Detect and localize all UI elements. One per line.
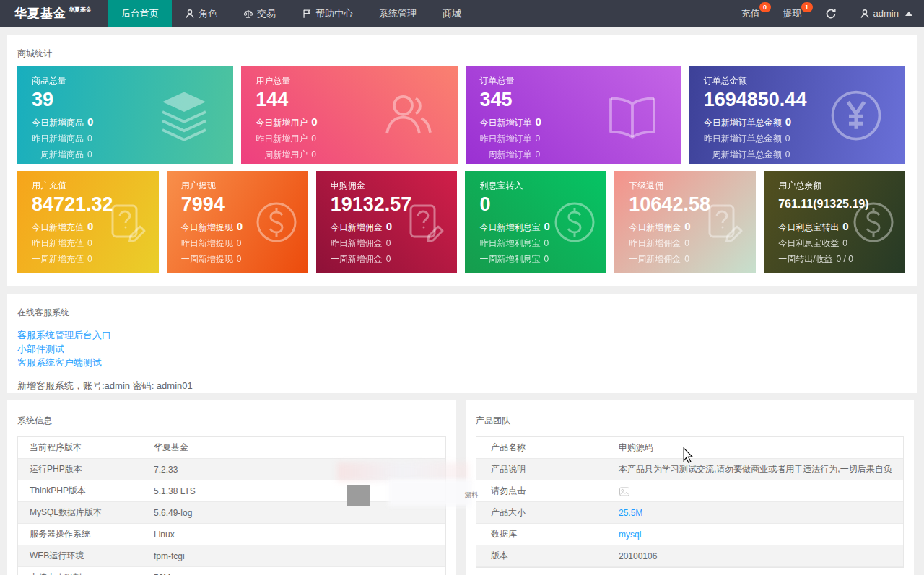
card-stat: 一周新增用户0 xyxy=(256,149,457,161)
card-title: 下级返佣 xyxy=(629,180,756,192)
service-link-1[interactable]: 小部件测试 xyxy=(17,342,907,356)
nav-right: 充值0提现1admin xyxy=(730,0,924,27)
table-row: WEB运行环境fpm-fcgi xyxy=(18,545,445,567)
table-value: 华夏基金 xyxy=(154,442,188,452)
stat-label: 今日利息宝转出 xyxy=(778,222,839,232)
table-link[interactable]: mysql xyxy=(619,530,641,540)
card-stat: 一周新增佣金0 xyxy=(331,253,458,265)
stat-value: 0 xyxy=(237,238,242,248)
stat-value: 0 xyxy=(311,149,316,159)
users-icon xyxy=(380,87,437,144)
doc-icon xyxy=(701,199,747,245)
stat-card: 申购佣金19132.57今日新增佣金0昨日新增佣金0一周新增佣金0 xyxy=(316,171,458,273)
nav-item-3[interactable]: 帮助中心 xyxy=(289,0,366,27)
stats-cards-row-1: 商品总量39今日新增商品0昨日新增商品0一周新增商品0用户总量144今日新增用户… xyxy=(17,66,905,164)
stat-label: 昨日新增充值 xyxy=(32,238,84,248)
stat-label: 今日新增充值 xyxy=(32,222,84,232)
withdraw[interactable]: 提现1 xyxy=(772,0,814,27)
admin-menu-label: admin xyxy=(873,8,899,19)
card-title: 用户提现 xyxy=(181,180,308,192)
app-logo[interactable]: 华夏基金 华夏基金 xyxy=(0,0,108,27)
stat-label: 一周新增商品 xyxy=(32,149,84,159)
dollar-icon xyxy=(253,199,300,245)
dollar-icon xyxy=(552,199,598,245)
stat-value: 0 xyxy=(87,238,92,248)
stat-value: 0 xyxy=(536,133,541,144)
table-value: 7.2.33 xyxy=(154,465,178,475)
table-value: 本产品只为学习测试交流,请勿要做商业或者用于违法行为,一切后果自负 xyxy=(619,464,892,474)
admin-menu[interactable]: admin xyxy=(848,0,924,27)
stat-value: 0 xyxy=(785,149,790,159)
doc-icon xyxy=(402,199,448,245)
stat-value: 0 xyxy=(544,238,549,248)
flag-icon xyxy=(302,9,312,19)
stat-value: 0 xyxy=(386,238,391,248)
mouse-cursor xyxy=(683,447,693,463)
table-row: 上传大小限制50M xyxy=(18,567,445,575)
stat-value: 0 xyxy=(87,254,92,264)
stat-label: 今日新增商品 xyxy=(32,118,84,128)
stat-label: 昨日新增用户 xyxy=(256,133,308,144)
table-link[interactable]: 25.5M xyxy=(619,508,642,518)
blurred-watermark xyxy=(388,479,471,506)
stat-label: 今日新增利息宝 xyxy=(479,222,540,232)
stat-value: 0 xyxy=(87,133,92,144)
nav-item-4[interactable]: 系统管理 xyxy=(366,0,430,27)
person-icon xyxy=(860,9,870,19)
table-value: 50M xyxy=(154,573,170,575)
table-label: 产品大小 xyxy=(476,506,614,519)
nav-item-2[interactable]: 交易 xyxy=(230,0,289,27)
stat-value: 0 xyxy=(386,254,391,264)
stat-value: 0 xyxy=(311,115,317,128)
table-row: 版本20100106 xyxy=(476,545,903,567)
service-link-2[interactable]: 客服系统客户端测试 xyxy=(17,356,907,369)
nav-item-1[interactable]: 角色 xyxy=(172,0,230,27)
service-link-0[interactable]: 客服系统管理后台入口 xyxy=(17,328,907,342)
nav-item-5[interactable]: 商城 xyxy=(430,0,474,27)
table-label: 产品名称 xyxy=(476,442,614,454)
doc-icon xyxy=(104,199,150,245)
card-stat: 一周新增订单0 xyxy=(480,149,681,161)
card-title: 商品总量 xyxy=(32,75,233,87)
table-label: 运行PHP版本 xyxy=(18,463,148,475)
table-label: 数据库 xyxy=(476,528,614,540)
stat-value: 0 xyxy=(684,220,690,232)
stat-value: 0 xyxy=(87,115,93,128)
person-icon xyxy=(185,9,195,19)
broken-image-icon xyxy=(619,486,630,496)
stat-value: 0 xyxy=(536,149,541,159)
stat-value: 0 xyxy=(544,254,549,264)
stat-label: 一周新增提现 xyxy=(181,254,233,264)
stat-label: 昨日新增佣金 xyxy=(629,238,681,248)
layers-icon xyxy=(155,87,213,144)
refresh[interactable] xyxy=(814,0,848,27)
table-label: 上传大小限制 xyxy=(18,571,148,575)
stat-label: 今日新增订单总金额 xyxy=(704,118,782,128)
nav-item-label: 系统管理 xyxy=(379,7,417,20)
scales-icon xyxy=(243,9,253,19)
stat-card: 商品总量39今日新增商品0昨日新增商品0一周新增商品0 xyxy=(17,66,233,164)
recharge-label: 充值 xyxy=(741,7,760,20)
table-label: WEB运行环境 xyxy=(18,550,148,562)
recharge[interactable]: 充值0 xyxy=(730,0,772,27)
stat-value: 0 xyxy=(237,254,242,264)
stat-card: 订单总量345今日新增订单0昨日新增订单0一周新增订单0 xyxy=(466,66,681,164)
stat-label: 一周新增佣金 xyxy=(629,254,681,264)
stat-card: 利息宝转入0今日新增利息宝0昨日新增利息宝0一周新增利息宝0 xyxy=(465,171,606,273)
stat-label: 今日新增订单 xyxy=(480,118,532,128)
logo-sup-text: 华夏基金 xyxy=(69,6,92,14)
table-row: 服务器操作系统Linux xyxy=(18,524,445,545)
stat-label: 今日新增提现 xyxy=(181,222,233,232)
card-title: 申购佣金 xyxy=(331,180,458,192)
stats-section-title: 商城统计 xyxy=(7,35,917,60)
shop-stats-panel: 商城统计 商品总量39今日新增商品0昨日新增商品0一周新增商品0用户总量144今… xyxy=(7,35,917,286)
table-label: 请勿点击 xyxy=(476,485,614,497)
stat-label: 今日利息宝收益 xyxy=(778,238,839,248)
censored-square xyxy=(347,485,370,506)
nav-item-0[interactable]: 后台首页 xyxy=(108,0,172,27)
card-stat: 一周新增充值0 xyxy=(32,253,159,265)
stat-value: 0 xyxy=(842,238,847,248)
stat-value: 0 / 0 xyxy=(836,254,853,264)
card-stat: 一周新增利息宝0 xyxy=(479,253,606,265)
caret-up-icon xyxy=(902,12,912,16)
